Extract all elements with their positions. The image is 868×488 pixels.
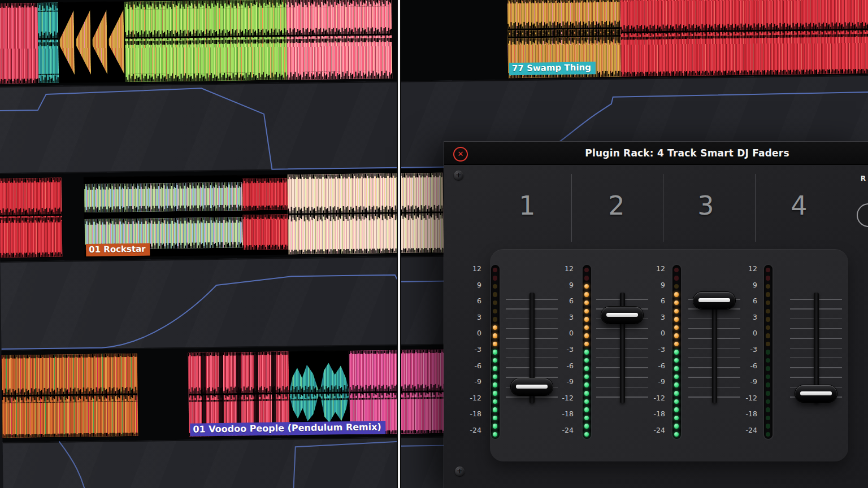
fader-handle[interactable] xyxy=(795,385,837,402)
db-scale-label: 12 xyxy=(731,264,757,273)
fader-channel-4: 4 129630-3-6-9-12-18-24 xyxy=(444,142,868,488)
meter-led xyxy=(766,292,771,297)
db-scale-label: 6 xyxy=(731,297,757,305)
db-scale-label: -9 xyxy=(731,377,757,386)
db-scale-label: 3 xyxy=(731,312,757,321)
clip-track1-left[interactable] xyxy=(0,0,392,84)
db-scale-label: -18 xyxy=(731,409,757,418)
clip-track2-left[interactable] xyxy=(0,178,62,258)
meter-led xyxy=(766,382,771,387)
meter-led xyxy=(766,424,771,429)
db-scale-label: 9 xyxy=(731,280,757,289)
meter-led xyxy=(766,391,771,396)
db-scale-label: 0 xyxy=(731,329,757,337)
clip-swamp-thing[interactable]: 77 Swamp Thing xyxy=(507,0,868,78)
db-scale-label: -12 xyxy=(731,393,757,402)
meter-led xyxy=(766,350,771,355)
db-scale-label: -24 xyxy=(731,426,757,434)
meter-led xyxy=(766,407,771,412)
meter-led xyxy=(766,333,771,338)
meter-led xyxy=(766,276,771,281)
playhead[interactable] xyxy=(397,0,401,488)
db-scale-label: -6 xyxy=(731,361,757,369)
clip-label-voodoo-people: 01 Voodoo People (Pendulum Remix) xyxy=(190,421,386,437)
meter-led xyxy=(766,366,771,371)
clip-voodoo-people[interactable]: 01 Voodoo People (Pendulum Remix) xyxy=(188,350,446,437)
meter-led xyxy=(766,317,771,322)
clip-label-swamp-thing: 77 Swamp Thing xyxy=(509,62,596,75)
plugin-rack-window: ✕ Plugin Rack: 4 Track Smart DJ Faders +… xyxy=(444,141,868,488)
clip-rockstar[interactable]: 01 Rockstar xyxy=(84,173,444,257)
channel-number: 4 xyxy=(765,190,833,221)
db-scale-label: -3 xyxy=(731,345,757,354)
clip-track3-left[interactable] xyxy=(2,354,138,438)
clip-label-rockstar: 01 Rockstar xyxy=(86,243,150,256)
dj-app-screen: 77 Swamp Thing 01 Rockstar xyxy=(0,0,868,488)
